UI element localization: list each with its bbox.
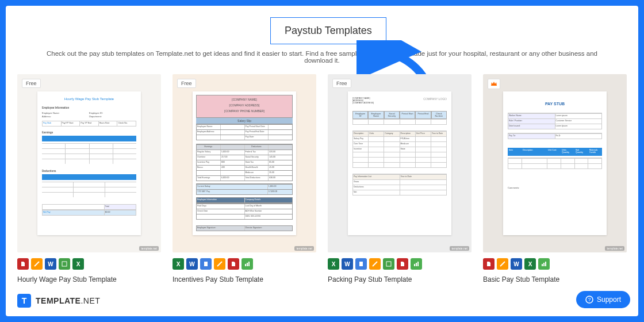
free-badge: Free: [22, 79, 41, 88]
svg-rect-12: [545, 262, 546, 266]
help-icon: ?: [585, 296, 593, 304]
svg-rect-4: [248, 262, 250, 266]
svg-rect-2: [245, 264, 246, 266]
format-icons-row: X W: [328, 258, 471, 270]
numbers-icon[interactable]: [538, 258, 550, 270]
doc-section-title: Employee Information: [42, 106, 136, 109]
doc-preview: [COMPANY NAME][ADDRESS][COMPANY ADDRESS]…: [348, 91, 451, 235]
format-icons-row: W X: [17, 258, 161, 270]
pdf-icon[interactable]: [483, 258, 494, 270]
excel-icon[interactable]: X: [328, 258, 339, 270]
template-title: Hourly Wage Pay Stub Template: [17, 275, 161, 283]
template-thumbnail: Free [COMPANY NAME][ADDRESS][COMPANY ADD…: [328, 74, 471, 252]
doc-heading: Hourly Wage Pay Stub Template: [42, 97, 136, 101]
excel-icon[interactable]: X: [72, 258, 84, 270]
support-button[interactable]: ? Support: [576, 291, 630, 308]
premium-badge: [488, 79, 500, 89]
svg-rect-1: [204, 262, 208, 266]
svg-rect-8: [416, 263, 417, 266]
excel-icon[interactable]: X: [172, 258, 184, 270]
pages-icon[interactable]: [497, 258, 508, 270]
svg-rect-5: [359, 262, 363, 266]
svg-rect-3: [247, 263, 248, 266]
pdf-icon[interactable]: [17, 258, 29, 270]
template-card[interactable]: PAY STUB Worker Name:Lorem ipsum Role / …: [483, 74, 627, 283]
pdf-icon[interactable]: [397, 258, 408, 270]
page-description: Check out the pay stub templates on Temp…: [17, 50, 627, 64]
sheets-icon[interactable]: [383, 258, 394, 270]
svg-rect-10: [542, 264, 543, 266]
numbers-icon[interactable]: [241, 258, 253, 270]
page-container: Paystub Templates Check out the pay stub…: [6, 6, 638, 316]
svg-rect-6: [386, 262, 391, 266]
docs-icon[interactable]: [355, 258, 367, 270]
pages-icon[interactable]: [369, 258, 381, 270]
template-thumbnail: PAY STUB Worker Name:Lorem ipsum Role / …: [483, 74, 627, 252]
template-title: Basic Pay Stub Template: [483, 275, 627, 283]
numbers-icon[interactable]: [411, 258, 422, 270]
doc-preview: Hourly Wage Pay Stub Template Employee I…: [37, 91, 141, 235]
template-card[interactable]: Free [COMPANY NAME][ADDRESS][COMPANY ADD…: [328, 74, 471, 283]
pages-icon[interactable]: [31, 258, 43, 270]
svg-rect-7: [414, 264, 415, 266]
word-icon[interactable]: W: [511, 258, 522, 270]
watermark: template.net: [294, 246, 314, 251]
svg-rect-11: [543, 263, 545, 266]
page-heading-box: Paystub Templates: [270, 17, 386, 44]
svg-rect-9: [417, 262, 419, 266]
free-badge: Free: [177, 79, 196, 88]
watermark: template.net: [605, 246, 624, 251]
template-card[interactable]: Free Hourly Wage Pay Stub Template Emplo…: [17, 74, 161, 283]
template-card[interactable]: Free [COMPANY NAME] [COMPANY ADDRESS] [C…: [172, 74, 316, 283]
word-icon[interactable]: W: [342, 258, 353, 270]
free-badge: Free: [332, 79, 351, 88]
watermark: template.net: [450, 246, 469, 251]
support-label: Support: [597, 296, 621, 304]
template-thumbnail: Free [COMPANY NAME] [COMPANY ADDRESS] [C…: [172, 74, 316, 252]
brand-row: T TEMPLATE.NET: [17, 294, 627, 308]
doc-preview: PAY STUB Worker Name:Lorem ipsum Role / …: [503, 91, 607, 235]
brand-logo-icon: T: [17, 294, 31, 308]
doc-preview: [COMPANY NAME] [COMPANY ADDRESS] [COMPAN…: [193, 91, 296, 235]
template-cards-row: Free Hourly Wage Pay Stub Template Emplo…: [17, 74, 627, 283]
sheets-icon[interactable]: [59, 258, 70, 270]
word-icon[interactable]: W: [186, 258, 198, 270]
excel-icon[interactable]: X: [524, 258, 536, 270]
earnings-label: Earnings: [42, 131, 136, 134]
format-icons-row: X W: [172, 258, 316, 270]
deductions-label: Deductions: [42, 170, 136, 172]
format-icons-row: W X: [483, 258, 627, 270]
svg-rect-0: [62, 262, 67, 266]
pages-icon[interactable]: [214, 258, 225, 270]
page-title: Paystub Templates: [285, 25, 372, 37]
template-title: Packing Pay Stub Template: [328, 275, 471, 283]
template-title: Incentives Pay Stub Template: [172, 275, 316, 283]
word-icon[interactable]: W: [45, 258, 56, 270]
svg-text:?: ?: [588, 297, 591, 302]
brand-name: TEMPLATE.NET: [36, 296, 100, 305]
docs-icon[interactable]: [200, 258, 212, 270]
pdf-icon[interactable]: [228, 258, 239, 270]
template-thumbnail: Free Hourly Wage Pay Stub Template Emplo…: [17, 74, 161, 252]
crown-icon: [490, 81, 497, 87]
watermark: template.net: [139, 246, 159, 251]
